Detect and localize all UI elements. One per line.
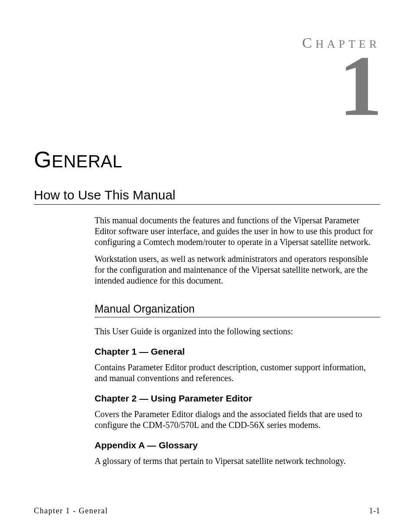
- chapter1-heading: Chapter 1 — General: [95, 346, 380, 357]
- intro-paragraph-1: This manual documents the features and f…: [95, 215, 380, 248]
- footer-left: Chapter 1 - General: [34, 506, 108, 516]
- chapter-title-rest: ENERAL: [52, 152, 122, 171]
- chapter2-body: Covers the Parameter Editor dialogs and …: [95, 409, 380, 431]
- chapter-title-first-cap: G: [34, 147, 52, 172]
- chapter-number: 1: [34, 47, 382, 125]
- section-title: How to Use This Manual: [34, 188, 380, 205]
- chapter-title: GENERAL: [34, 147, 380, 173]
- page-footer: Chapter 1 - General 1-1: [34, 506, 380, 516]
- intro-paragraph-2: Workstation users, as well as network ad…: [95, 254, 380, 286]
- footer-right: 1-1: [369, 506, 381, 516]
- chapter2-heading: Chapter 2 — Using Parameter Editor: [95, 393, 380, 404]
- chapter1-body: Contains Parameter Editor product descri…: [95, 362, 380, 384]
- chapter-label-first-letter: C: [302, 35, 315, 51]
- appendixA-heading: Appendix A — Glossary: [95, 440, 380, 450]
- subsection-title: Manual Organization: [95, 303, 380, 317]
- subsection-intro: This User Guide is organized into the fo…: [95, 326, 380, 337]
- appendixA-body: A glossary of terms that pertain to Vipe…: [95, 456, 380, 467]
